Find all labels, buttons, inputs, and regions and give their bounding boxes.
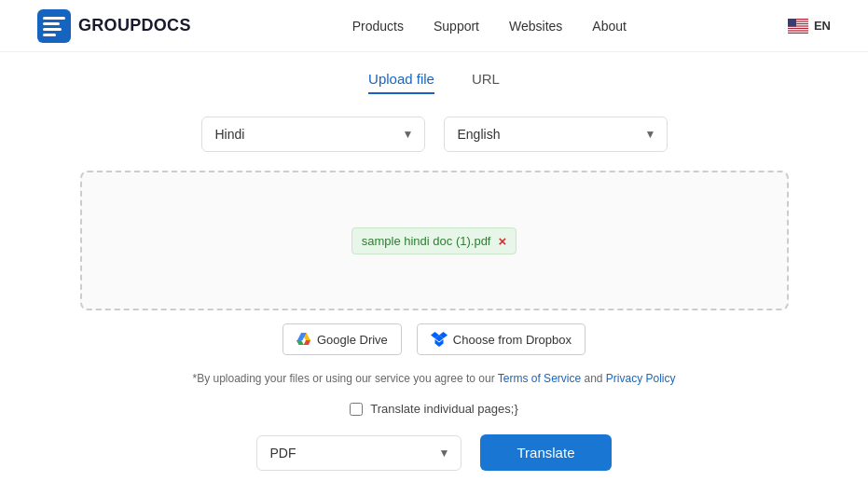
terms-of-service-link[interactable]: Terms of Service: [498, 372, 581, 385]
language-selector[interactable]: EN: [788, 19, 831, 34]
lang-label: EN: [814, 19, 831, 33]
format-select-wrapper: PDF DOC DOCX TXT HTML ODT ▼: [256, 435, 462, 471]
disclaimer: *By uploading your files or using our se…: [80, 372, 789, 385]
translate-button[interactable]: Translate: [480, 434, 613, 471]
logo-icon: [37, 9, 71, 43]
remove-file-button[interactable]: ×: [498, 234, 506, 248]
cloud-buttons-row: Google Drive Choose from Dropbox: [80, 323, 789, 355]
nav: Products Support Websites About: [352, 19, 627, 34]
target-language-wrapper: English Hindi French German Spanish Chin…: [444, 117, 668, 152]
translate-pages-checkbox[interactable]: [350, 403, 363, 416]
header: GROUPDOCS Products Support Websites Abou…: [0, 0, 868, 52]
target-language-select[interactable]: English Hindi French German Spanish Chin…: [444, 117, 668, 152]
uploaded-file-chip: sample hindi doc (1).pdf ×: [351, 227, 517, 254]
svg-rect-10: [788, 29, 808, 30]
svg-rect-1: [43, 17, 65, 20]
translate-pages-label[interactable]: Translate individual pages;}: [370, 402, 518, 416]
google-drive-button[interactable]: Google Drive: [282, 323, 402, 355]
disclaimer-text-before: *By uploading your files or using our se…: [192, 372, 497, 385]
nav-support[interactable]: Support: [434, 19, 479, 34]
disclaimer-text-middle: and: [581, 372, 606, 385]
tab-url[interactable]: URL: [472, 71, 500, 94]
main-content: Upload file URL Hindi English French Ger…: [62, 52, 807, 471]
svg-rect-9: [788, 26, 808, 27]
svg-rect-2: [43, 22, 60, 25]
dropbox-button[interactable]: Choose from Dropbox: [417, 323, 586, 355]
source-language-select[interactable]: Hindi English French German Spanish Chin…: [201, 117, 425, 152]
logo-text: GROUPDOCS: [78, 16, 191, 35]
language-selects-row: Hindi English French German Spanish Chin…: [80, 117, 789, 152]
file-name: sample hindi doc (1).pdf: [362, 234, 491, 248]
source-language-wrapper: Hindi English French German Spanish Chin…: [201, 117, 425, 152]
upload-dropzone[interactable]: sample hindi doc (1).pdf ×: [80, 171, 789, 310]
logo-area: GROUPDOCS: [37, 9, 191, 43]
google-drive-icon: [296, 332, 311, 347]
tab-upload[interactable]: Upload file: [368, 71, 434, 94]
svg-rect-12: [788, 19, 796, 27]
output-format-select[interactable]: PDF DOC DOCX TXT HTML ODT: [256, 435, 462, 471]
dropbox-label: Choose from Dropbox: [453, 333, 572, 347]
bottom-row: PDF DOC DOCX TXT HTML ODT ▼ Translate: [80, 434, 789, 471]
nav-products[interactable]: Products: [352, 19, 404, 34]
nav-websites[interactable]: Websites: [509, 19, 562, 34]
nav-about[interactable]: About: [592, 19, 627, 34]
checkbox-row: Translate individual pages;}: [80, 402, 789, 416]
svg-marker-17: [296, 340, 304, 345]
dropbox-icon: [431, 331, 448, 348]
svg-rect-3: [43, 28, 62, 31]
svg-marker-18: [304, 340, 310, 345]
tabs: Upload file URL: [80, 71, 789, 94]
flag-icon: [788, 19, 808, 34]
google-drive-label: Google Drive: [317, 333, 388, 347]
privacy-policy-link[interactable]: Privacy Policy: [606, 372, 676, 385]
svg-rect-4: [43, 34, 56, 36]
svg-rect-11: [788, 31, 808, 32]
svg-rect-0: [37, 9, 71, 43]
